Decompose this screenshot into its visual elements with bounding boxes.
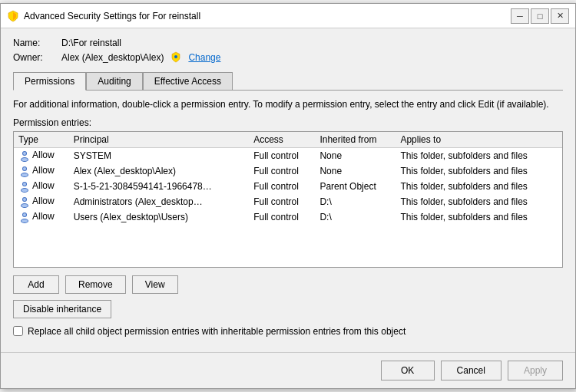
content-area: Name: D:\For reinstall Owner: Alex (Alex… — [1, 28, 575, 346]
svg-point-15 — [23, 198, 26, 201]
cell-applies: This folder, subfolders and files — [396, 163, 562, 179]
disable-inheritance-row: Disable inheritance — [13, 294, 563, 318]
col-access: Access — [249, 132, 315, 148]
main-window: Advanced Security Settings for For reins… — [0, 3, 576, 389]
title-bar: Advanced Security Settings for For reins… — [1, 4, 575, 28]
user-icon — [18, 196, 31, 208]
minimize-button[interactable]: ─ — [511, 8, 529, 24]
view-button[interactable]: View — [132, 275, 178, 294]
permission-table-container[interactable]: Type Principal Access Inherited from App… — [13, 131, 563, 268]
dialog-buttons: OK Cancel Apply — [1, 352, 575, 388]
title-bar-left: Advanced Security Settings for For reins… — [7, 10, 200, 22]
tab-effective-access[interactable]: Effective Access — [143, 72, 233, 91]
table-row[interactable]: Allow Alex (Alex_desktop\Alex) Full cont… — [14, 163, 562, 179]
cell-applies: This folder, subfolders and files — [396, 179, 562, 194]
table-row[interactable]: Allow S-1-5-21-3084594141-1966478… Full … — [14, 179, 562, 194]
cell-type: Allow — [14, 194, 69, 209]
cell-access: Full control — [249, 194, 315, 209]
replace-checkbox-row: Replace all child object permission entr… — [13, 326, 563, 337]
action-buttons: Add Remove View — [13, 275, 563, 294]
svg-point-12 — [22, 189, 28, 192]
change-owner-link[interactable]: Change — [188, 52, 220, 63]
user-icon — [18, 211, 31, 223]
owner-row: Owner: Alex (Alex_desktop\Alex) Change — [13, 51, 563, 64]
cell-type: Allow — [14, 179, 69, 194]
window-icon — [7, 10, 19, 22]
cell-principal: Alex (Alex_desktop\Alex) — [69, 163, 250, 179]
cancel-button[interactable]: Cancel — [441, 361, 502, 380]
cell-inherited: Parent Object — [315, 179, 396, 194]
cell-applies: This folder, subfolders and files — [396, 194, 562, 209]
replace-permissions-label: Replace all child object permission entr… — [28, 326, 406, 337]
svg-point-0 — [174, 55, 177, 58]
cell-principal: SYSTEM — [69, 147, 250, 163]
name-value: D:\For reinstall — [61, 38, 121, 48]
cell-type: Allow — [14, 163, 69, 179]
description-text: For additional information, double-click… — [13, 98, 563, 111]
user-icon — [18, 180, 31, 193]
cell-applies: This folder, subfolders and files — [396, 147, 562, 163]
replace-permissions-checkbox[interactable] — [13, 326, 23, 336]
tab-permissions[interactable]: Permissions — [13, 72, 86, 91]
cell-type: Allow — [14, 147, 69, 163]
cell-access: Full control — [249, 209, 315, 225]
col-principal: Principal — [69, 132, 250, 148]
cell-inherited: None — [315, 163, 396, 179]
cell-inherited: None — [315, 147, 396, 163]
cell-access: Full control — [249, 179, 315, 194]
maximize-button[interactable]: □ — [531, 8, 549, 24]
svg-point-19 — [23, 213, 26, 216]
name-row: Name: D:\For reinstall — [13, 38, 563, 48]
svg-point-8 — [22, 173, 28, 176]
ok-button[interactable]: OK — [381, 361, 435, 380]
close-button[interactable]: ✕ — [551, 8, 569, 24]
cell-type: Allow — [14, 209, 69, 225]
cell-inherited: D:\ — [315, 209, 396, 225]
svg-point-4 — [22, 158, 28, 161]
table-row[interactable]: Allow SYSTEM Full control None This fold… — [14, 147, 562, 163]
col-type: Type — [14, 132, 69, 148]
svg-point-11 — [23, 183, 26, 186]
add-button[interactable]: Add — [13, 275, 59, 294]
user-icon — [18, 150, 31, 162]
disable-inheritance-button[interactable]: Disable inheritance — [13, 300, 111, 318]
title-buttons: ─ □ ✕ — [511, 8, 569, 24]
window-title: Advanced Security Settings for For reins… — [24, 11, 200, 21]
owner-label: Owner: — [13, 52, 55, 63]
col-inherited: Inherited from — [315, 132, 396, 148]
svg-point-16 — [22, 204, 28, 207]
cell-access: Full control — [249, 147, 315, 163]
remove-button[interactable]: Remove — [65, 275, 126, 294]
svg-point-3 — [23, 152, 26, 155]
cell-inherited: D:\ — [315, 194, 396, 209]
col-applies: Applies to — [396, 132, 562, 148]
cell-principal: S-1-5-21-3084594141-1966478… — [69, 179, 250, 194]
table-row[interactable]: Allow Administrators (Alex_desktop… Full… — [14, 194, 562, 209]
owner-value: Alex (Alex_desktop\Alex) — [61, 52, 164, 63]
user-icon — [18, 165, 31, 177]
cell-principal: Administrators (Alex_desktop… — [69, 194, 250, 209]
table-header-row: Type Principal Access Inherited from App… — [14, 132, 562, 148]
tab-auditing[interactable]: Auditing — [86, 72, 142, 91]
permission-table: Type Principal Access Inherited from App… — [14, 132, 562, 225]
svg-point-7 — [23, 167, 26, 170]
permission-entries-label: Permission entries: — [13, 117, 563, 128]
cell-access: Full control — [249, 163, 315, 179]
name-label: Name: — [13, 38, 55, 48]
table-row[interactable]: Allow Users (Alex_desktop\Users) Full co… — [14, 209, 562, 225]
cell-principal: Users (Alex_desktop\Users) — [69, 209, 250, 225]
shield-icon — [170, 51, 182, 64]
apply-button[interactable]: Apply — [508, 361, 563, 380]
tabs-container: Permissions Auditing Effective Access — [13, 71, 563, 91]
cell-applies: This folder, subfolders and files — [396, 209, 562, 225]
svg-point-20 — [22, 219, 28, 222]
